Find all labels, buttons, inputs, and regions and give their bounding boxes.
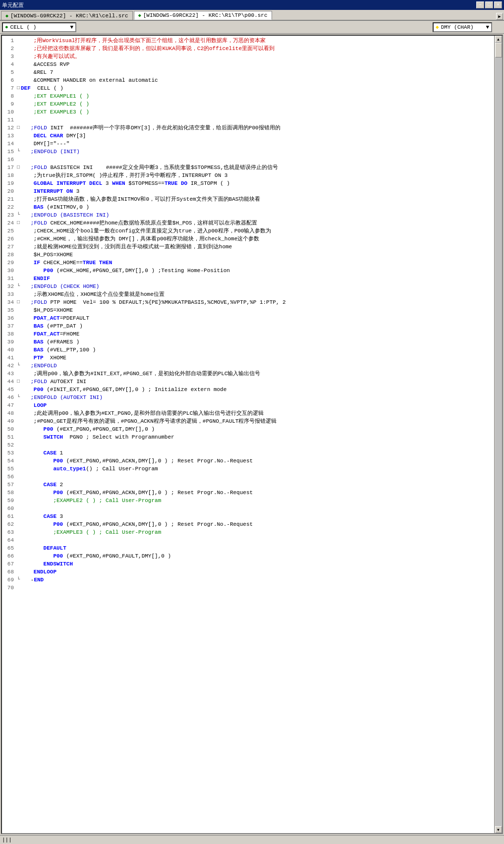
code-line: 55 auto_type1() ; Call User-Program	[2, 465, 494, 473]
code-line: 62 P00 (#EXT_PGNO,#PGNO_ACKN,DMY[],0 ) ;…	[2, 520, 494, 528]
line-number: 44	[3, 378, 17, 386]
code-line: 41 PTP XHOME	[2, 354, 494, 362]
fold-empty	[17, 100, 24, 108]
fold-end: └	[17, 576, 20, 584]
tab-label-2: [WINDOWS-G9RCK22] - KRC:\R1\TP\p00.src	[143, 12, 268, 18]
code-text: ;FOLD CHECK_HOME#####把home点数据给系统原点变量$H_P…	[21, 219, 493, 227]
code-text: $H_POS=XHOME	[24, 306, 493, 314]
code-text: CASE 2	[24, 481, 493, 489]
scroll-thumb[interactable]	[495, 43, 502, 57]
code-content[interactable]: 1 ;用WorkVisual打开程序，开头会出现类似下面三个组组，这个就是引用数…	[2, 36, 494, 833]
code-text: BAS (#FRAMES )	[24, 338, 493, 346]
code-text: ;ENDFOLD (AUTOEXT INI)	[21, 394, 493, 401]
fold-empty	[17, 45, 24, 53]
fold-empty	[17, 552, 24, 560]
fold-empty	[17, 116, 24, 124]
minimize-button[interactable]: −	[476, 1, 484, 8]
code-line: 26 ;#CHK_HOME，，输出报错参数为 DMY[]，具体看p00程序功能块…	[2, 235, 494, 243]
line-number: 8	[3, 92, 17, 100]
line-number: 5	[3, 68, 17, 76]
fold-open[interactable]: □	[17, 378, 20, 386]
code-line: 23 └ ;ENDFOLD (BASISTECH INI)	[2, 211, 494, 219]
code-line: 24 □ ;FOLD CHECK_HOME#####把home点数据给系统原点变…	[2, 219, 494, 227]
line-number: 48	[3, 409, 17, 417]
code-text: DEF CELL ( )	[21, 84, 493, 92]
code-line: 12 □ ;FOLD INIT #######声明一个字符串DMY[3]，并在此…	[2, 124, 494, 132]
code-text: P00 (#EXT_PGNO,#PGNO_FAULT,DMY[],0 )	[24, 552, 493, 560]
code-text: &REL 7	[24, 68, 493, 76]
code-text: ;示教XHOME点位，XHOME这个点位变量就是home位置	[24, 290, 493, 298]
line-number: 9	[3, 100, 17, 108]
code-text: P00 (#EXT_PGNO,#PGNO_ACKN,DMY[],0 ) ; Re…	[24, 457, 493, 465]
code-line: 20 INTERRUPT ON 3	[2, 187, 494, 195]
line-number: 21	[3, 195, 17, 203]
line-number: 3	[3, 53, 17, 60]
code-line: 27 ;就是检测HOME位置到没到，没到而且在手动模式就一直检测报错，直到到达h…	[2, 243, 494, 251]
line-number: 51	[3, 433, 17, 441]
code-line: 68 ENDLOOP	[2, 568, 494, 576]
line-number: 42	[3, 362, 17, 370]
fold-open[interactable]: □	[17, 124, 20, 132]
status-bar: |||	[0, 835, 504, 844]
line-number: 56	[3, 473, 17, 481]
code-text: ;有兴趣可以试试。	[24, 53, 493, 60]
code-text: INTERRUPT ON 3	[24, 187, 493, 195]
line-number: 52	[3, 441, 17, 449]
scroll-down-button[interactable]: ▼	[495, 826, 502, 833]
code-text: GLOBAL INTERRUPT DECL 3 WHEN $STOPMESS==…	[24, 179, 493, 187]
tab-cell-src[interactable]: ◆ [WINDOWS-G9RCK22] - KRC:\R1\cell.src	[1, 11, 133, 20]
fold-empty	[17, 267, 24, 275]
code-text: ;为true执行IR_STOPM( )停止程序，并打开3号中断程序，INTERR…	[24, 171, 493, 179]
line-number: 31	[3, 275, 17, 282]
line-number: 30	[3, 267, 17, 275]
scroll-track[interactable]	[495, 43, 502, 826]
scroll-up-button[interactable]: ▲	[495, 36, 502, 43]
line-number: 32	[3, 282, 17, 290]
code-line: 32 └ ;ENDFOLD (CHECK HOME)	[2, 282, 494, 290]
fold-open[interactable]: □	[17, 164, 20, 171]
code-text: ;EXT EXAMPLE2 ( )	[24, 100, 493, 108]
tab-icon-1: ◆	[5, 13, 8, 19]
fold-empty	[17, 60, 24, 68]
code-line: 35 $H_POS=XHOME	[2, 306, 494, 314]
code-line: 19 GLOBAL INTERRUPT DECL 3 WHEN $STOPMES…	[2, 179, 494, 187]
code-line: 60	[2, 505, 494, 512]
fold-open[interactable]: □	[17, 84, 20, 92]
line-number: 61	[3, 512, 17, 520]
code-line: 39 BAS (#FRAMES )	[2, 338, 494, 346]
tab-scroll-right[interactable]: ▶	[496, 13, 503, 20]
fold-empty	[17, 53, 24, 60]
code-line: 11	[2, 116, 494, 124]
fold-empty	[17, 290, 24, 298]
vertical-scrollbar[interactable]: ▲ ▼	[494, 36, 502, 833]
tab-p00-src[interactable]: ◆ [WINDOWS-G9RCK22] - KRC:\R1\TP\p00.src	[134, 11, 272, 20]
line-number: 10	[3, 108, 17, 116]
fold-empty	[17, 132, 24, 140]
code-line: 28 $H_POS=XHOME	[2, 251, 494, 259]
maximize-button[interactable]: □	[485, 1, 493, 8]
code-line: 10 ;EXT EXAMPLE3 ( )	[2, 108, 494, 116]
code-text: ;ENDFOLD (CHECK HOME)	[21, 282, 493, 290]
tab-icon-2: ◆	[138, 12, 141, 18]
code-line: 5 &REL 7	[2, 68, 494, 76]
code-line: 13 DECL CHAR DMY[3]	[2, 132, 494, 140]
code-text: P00 (#EXT_PGNO,#PGNO_ACKN,DMY[],0 ) ; Re…	[24, 489, 493, 497]
dmy-dropdown[interactable]: ◆ DMY (CHAR) ▼	[433, 22, 492, 32]
code-text: ;EXT EXAMPLE3 ( )	[24, 108, 493, 116]
line-number: 59	[3, 497, 17, 505]
close-button[interactable]: ×	[494, 1, 502, 8]
code-text: ;#CHK_HOME，，输出报错参数为 DMY[]，具体看p00程序功能块，用c…	[24, 235, 493, 243]
line-number: 18	[3, 171, 17, 179]
line-number: 15	[3, 148, 17, 156]
code-line: 1 ;用WorkVisual打开程序，开头会出现类似下面三个组组，这个就是引用数…	[2, 37, 494, 45]
fold-empty	[17, 37, 24, 45]
code-text: ;ENDFOLD (BASISTECH INI)	[21, 211, 493, 219]
code-line: 67 ENDSWITCH	[2, 560, 494, 568]
code-text: DMY[]="---"	[24, 140, 493, 148]
fold-open[interactable]: □	[17, 219, 20, 227]
code-text: &ACCESS RVP	[24, 60, 493, 68]
line-number: 67	[3, 560, 17, 568]
code-line: 42 └ ;ENDFOLD	[2, 362, 494, 370]
cell-dropdown[interactable]: ● CELL ( ) ▼	[2, 22, 76, 32]
fold-open[interactable]: □	[17, 298, 20, 306]
